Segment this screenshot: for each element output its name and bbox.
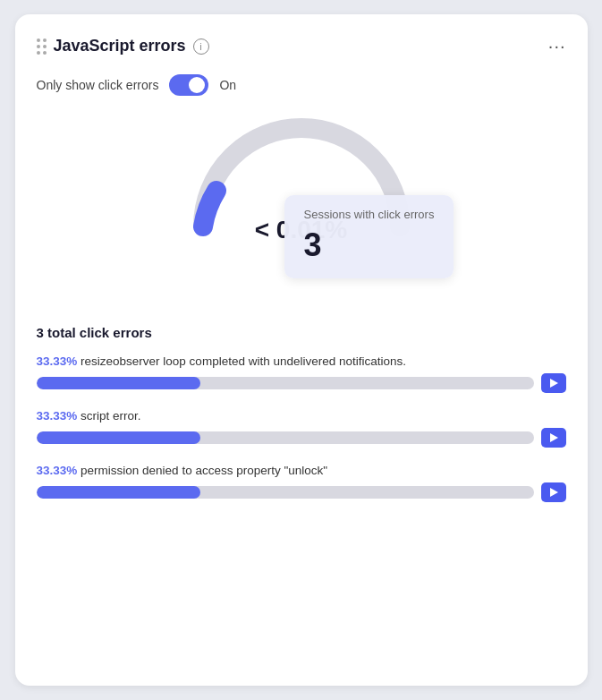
bar-row xyxy=(37,373,566,393)
bar-row xyxy=(37,428,566,448)
card-title: JavaScript errors xyxy=(54,37,186,55)
total-errors-label: 3 total click errors xyxy=(37,325,566,340)
error-label: 33.33% resizeobserver loop completed wit… xyxy=(37,354,566,368)
toggle-label: Only show click errors xyxy=(37,78,159,92)
error-label: 33.33% script error. xyxy=(37,409,566,423)
error-pct: 33.33% xyxy=(37,409,78,423)
header-left: JavaScript errors i xyxy=(37,37,209,55)
video-icon[interactable] xyxy=(541,428,566,448)
bar-track xyxy=(37,486,534,499)
video-icon[interactable] xyxy=(541,482,566,502)
video-icon[interactable] xyxy=(541,373,566,393)
drag-handle[interactable] xyxy=(37,38,47,55)
toggle-state-label: On xyxy=(219,78,236,92)
javascript-errors-card: JavaScript errors i ··· Only show click … xyxy=(15,14,588,686)
info-icon[interactable]: i xyxy=(193,38,209,55)
gauge-container: < 0.01% Sessions with click errors 3 xyxy=(37,110,566,253)
error-row: 33.33% resizeobserver loop completed wit… xyxy=(37,354,566,393)
click-errors-toggle[interactable] xyxy=(169,74,208,96)
error-desc: permission denied to access property "un… xyxy=(81,464,327,477)
toggle-row: Only show click errors On xyxy=(37,74,566,96)
bar-fill xyxy=(37,486,200,499)
error-desc: resizeobserver loop completed with undel… xyxy=(81,354,406,368)
tooltip-value: 3 xyxy=(304,226,435,264)
error-desc: script error. xyxy=(81,409,141,423)
tooltip-label: Sessions with click errors xyxy=(304,208,435,221)
bar-track xyxy=(37,377,534,389)
error-list: 33.33% resizeobserver loop completed wit… xyxy=(37,354,566,502)
bar-row xyxy=(37,482,566,502)
error-pct: 33.33% xyxy=(37,464,78,477)
bar-fill xyxy=(37,431,200,444)
more-options-icon[interactable]: ··· xyxy=(548,36,566,56)
error-row: 33.33% permission denied to access prope… xyxy=(37,464,566,502)
tooltip-box: Sessions with click errors 3 xyxy=(284,195,454,278)
error-label: 33.33% permission denied to access prope… xyxy=(37,464,566,477)
error-row: 33.33% script error. xyxy=(37,409,566,448)
bar-fill xyxy=(37,377,200,389)
error-pct: 33.33% xyxy=(37,354,78,368)
card-header: JavaScript errors i ··· xyxy=(37,36,566,56)
bar-track xyxy=(37,431,534,444)
